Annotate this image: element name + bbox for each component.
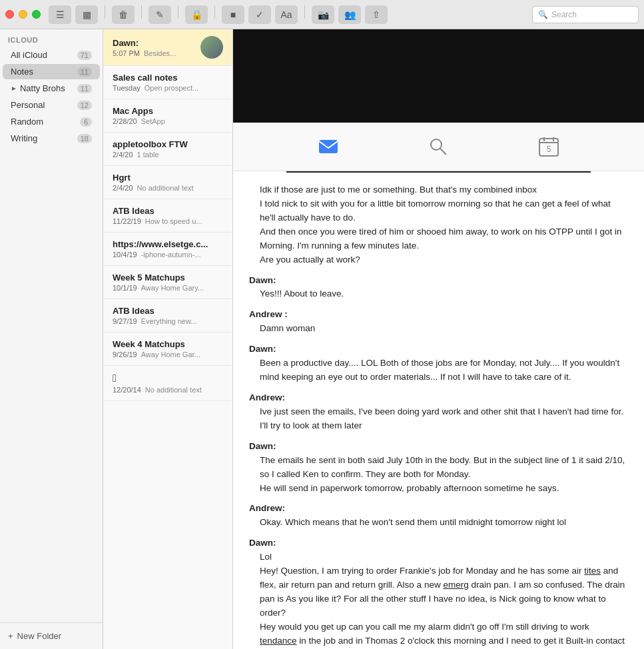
search-bar[interactable]: 🔍 Search [532, 6, 639, 23]
chevron-right-icon: ► [11, 85, 17, 92]
note-preview: 1 table [137, 151, 159, 159]
maximize-button[interactable] [32, 10, 41, 19]
note-preview: Away Home Gary... [141, 284, 204, 292]
note-preview: No additional text [145, 386, 202, 394]
note-meta: 2/28/20 SetApp [113, 117, 223, 125]
collaborate-button[interactable]: 👥 [338, 5, 361, 24]
message-text: And then once you were tired of him or s… [249, 225, 628, 253]
delete-button[interactable]: 🗑 [112, 5, 135, 24]
sidebar-item-label: Natty Brohs [20, 83, 77, 93]
note-item-title: Sales call notes [113, 73, 223, 83]
toolbar-separator-4 [214, 5, 215, 19]
note-item-mac-apps[interactable]: Mac Apps 2/28/20 SetApp [103, 99, 232, 133]
lock-button[interactable]: 🔒 [185, 5, 208, 24]
note-item-title: https://www.elsetge.c... [113, 239, 223, 249]
note-meta: 10/1/19 Away Home Gary... [113, 284, 223, 292]
toolbar-separator-5 [304, 5, 305, 19]
sidebar-toggle-button[interactable]: ☰ [49, 5, 71, 24]
note-item-title: Dawn: [113, 38, 195, 48]
note-meta: 2/4/20 No additional text [113, 184, 223, 192]
avatar-image [200, 36, 223, 59]
sidebar-item-label: Random [11, 117, 80, 127]
note-preview: -iphone-autumn-... [141, 251, 201, 259]
toolbar-icons: ☰ ▦ 🗑 ✎ 🔒 ■ ✓ Aa 📷 👥 ⇧ [49, 5, 388, 24]
note-item-week4[interactable]: Week 4 Matchups 9/26/19 Away Home Gar... [103, 332, 232, 366]
message-text: Hey! Question, I am trying to order Fran… [249, 564, 628, 620]
share-button[interactable]: ⇧ [365, 5, 388, 24]
message-text: Been a productive day.... LOL Both of th… [249, 356, 628, 384]
message-text: The emails he sent in both said July 10t… [249, 454, 628, 482]
sender-label-andrew-2: Andrew: [249, 391, 628, 405]
note-item-title: Mac Apps [113, 106, 223, 116]
note-preview: No additional text [137, 184, 194, 192]
media-button[interactable]: 📷 [312, 5, 334, 24]
detail-pane: 5 Idk if those are just to me or somethi… [233, 29, 644, 649]
note-item-header: Dawn: 5:07 PM Besides... [113, 36, 223, 59]
sidebar: iCloud All iCloud 71 Notes 11 ► Natty Br… [0, 29, 103, 649]
detail-header-image [233, 29, 644, 123]
sidebar-item-natty-brohs[interactable]: ► Natty Brohs 11 [3, 81, 100, 96]
sidebar-footer: + New Folder [0, 622, 103, 649]
message-text: Damn woman [249, 322, 628, 336]
detail-content[interactable]: Idk if those are just to me or something… [233, 173, 644, 649]
svg-text:5: 5 [547, 145, 551, 154]
table-button[interactable]: ■ [222, 5, 244, 24]
toolbar-separator [105, 5, 105, 19]
note-item-atb-ideas-2[interactable]: ATB Ideas 9/27/19 Everything new... [103, 299, 232, 332]
note-item-title:  [113, 372, 223, 384]
note-meta: 9/27/19 Everything new... [113, 317, 223, 325]
sidebar-item-notes[interactable]: Notes 11 [3, 64, 100, 79]
note-item-title: Week 4 Matchups [113, 339, 223, 349]
note-item-apple[interactable]:  12/20/14 No additional text [103, 366, 232, 401]
note-date: 2/4/20 [113, 184, 133, 192]
sidebar-item-all-icloud[interactable]: All iCloud 71 [3, 47, 100, 63]
sidebar-section-label: iCloud [0, 29, 103, 47]
note-preview: Open prospect... [145, 84, 198, 92]
sidebar-item-count: 12 [77, 101, 92, 110]
note-item-appletoolbox[interactable]: appletoolbox FTW 2/4/20 1 table [103, 133, 232, 166]
svg-rect-0 [319, 140, 338, 153]
sidebar-item-label: Notes [11, 67, 77, 77]
sidebar-item-random[interactable]: Random 6 [3, 114, 100, 129]
sender-label-andrew-3: Andrew: [249, 502, 628, 516]
note-meta: 12/20/14 No additional text [113, 386, 223, 394]
underline-tendance: tendance [260, 636, 297, 646]
compose-button[interactable]: ✎ [149, 5, 171, 24]
sidebar-item-writing[interactable]: Writing 18 [3, 131, 100, 146]
note-item-week5[interactable]: Week 5 Matchups 10/1/19 Away Home Gary..… [103, 266, 232, 299]
note-item-title: ATB Ideas [113, 206, 223, 216]
sidebar-item-label: Personal [11, 100, 77, 110]
check-button[interactable]: ✓ [248, 5, 271, 24]
message-text: Are you actually at work? [249, 253, 628, 267]
detail-icons-bar: 5 [233, 123, 644, 171]
note-date: 10/1/19 [113, 284, 137, 292]
message-text: Ive just seen the emails, I've been doin… [249, 405, 628, 433]
sender-label-dawn-3: Dawn: [249, 440, 628, 454]
new-folder-button[interactable]: + New Folder [8, 631, 95, 641]
note-item-elsetge[interactable]: https://www.elsetge.c... 10/4/19 -iphone… [103, 233, 232, 266]
sender-label-dawn-2: Dawn: [249, 342, 628, 356]
grid-view-button[interactable]: ▦ [75, 5, 98, 24]
note-preview: Away Home Gar... [141, 350, 200, 358]
minimize-button[interactable] [19, 10, 27, 19]
note-item-title: Hgrt [113, 173, 223, 183]
calendar-icon-button[interactable]: 5 [538, 136, 559, 157]
note-item-dawn[interactable]: Dawn: 5:07 PM Besides... [103, 29, 232, 66]
sidebar-item-count: 11 [77, 84, 92, 93]
search-placeholder: Search [551, 10, 577, 19]
mail-icon-button[interactable] [318, 136, 339, 157]
sidebar-item-count: 71 [77, 51, 92, 60]
note-item-atb-ideas-1[interactable]: ATB Ideas 11/22/19 How to speed u... [103, 199, 232, 233]
note-item-hgrt[interactable]: Hgrt 2/4/20 No additional text [103, 166, 232, 199]
font-button[interactable]: Aa [275, 5, 298, 24]
note-item-sales-call[interactable]: Sales call notes Tuesday Open prospect..… [103, 66, 232, 99]
sidebar-item-personal[interactable]: Personal 12 [3, 97, 100, 113]
notes-list: Dawn: 5:07 PM Besides... Sales call note… [103, 29, 233, 649]
toolbar-separator-2 [141, 5, 142, 19]
note-meta: 10/4/19 -iphone-autumn-... [113, 251, 223, 259]
svg-point-1 [431, 139, 442, 150]
close-button[interactable] [5, 10, 14, 19]
search-icon-button[interactable] [428, 136, 449, 157]
note-date: 5:07 PM [113, 49, 140, 57]
note-date: Tuesday [113, 84, 141, 92]
